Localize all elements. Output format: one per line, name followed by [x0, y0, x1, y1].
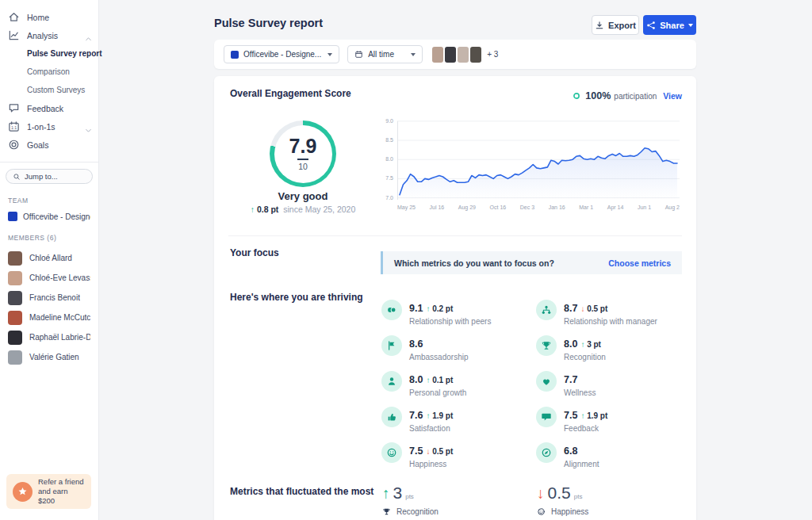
metric-tile-happiness[interactable]: 7.5↓ 0.5 ptHappiness — [381, 442, 453, 468]
metric-tile-feedback[interactable]: 7.5↑ 1.9 ptFeedback — [536, 407, 607, 433]
metric-tile-ambassadorship[interactable]: 8.6Ambassadorship — [381, 335, 468, 361]
member-name: Madeline McCutch... — [29, 313, 90, 322]
filter-avatars[interactable] — [432, 47, 483, 63]
cal11-icon: 1:1 — [8, 120, 20, 132]
metric-score: 8.7 — [564, 303, 577, 314]
metric-tile-personal-growth[interactable]: 8.0↑ 0.1 ptPersonal growth — [381, 371, 466, 397]
sidebar-item-analysis[interactable]: Analysis — [0, 26, 98, 44]
arrow-up-icon: ↑ — [426, 411, 430, 420]
chevron-down-icon — [411, 53, 416, 56]
fluct-value: 3 — [393, 484, 403, 502]
x-tick-label: Jan 16 — [549, 205, 565, 210]
jump-to-search[interactable]: Jump to... — [6, 169, 93, 184]
sidebar-item-home[interactable]: Home — [0, 8, 98, 26]
metric-tile-alignment[interactable]: 6.8Alignment — [536, 442, 599, 468]
member-list-item[interactable]: Madeline McCutch... — [0, 308, 98, 327]
metric-label: Recognition — [564, 353, 606, 361]
metric-label: Ambassadorship — [409, 353, 468, 361]
team-section-label: TEAM — [0, 197, 98, 205]
share-icon — [646, 21, 656, 30]
fluct-unit: pts — [574, 493, 583, 500]
filter-bar: Officevibe - Designe... All time + 3 — [214, 40, 696, 69]
score-out-of: 10 — [298, 162, 308, 171]
metric-label: Relationship with peers — [409, 317, 491, 326]
y-tick-label: 7.5 — [385, 175, 393, 181]
participation-label: participation — [614, 92, 657, 101]
time-filter-value: All time — [368, 50, 404, 59]
section-divider — [228, 235, 682, 236]
x-tick-label: Apr 14 — [607, 205, 624, 210]
focus-question: Which metrics do you want to focus on? — [394, 258, 608, 268]
member-name: Valérie Gatien — [29, 353, 79, 361]
export-button[interactable]: Export — [592, 15, 639, 35]
report-card: Overall Engagement Score 100% participat… — [214, 76, 696, 520]
team-name: Officevibe - Designer ... — [23, 212, 90, 221]
member-list-item[interactable]: Valérie Gatien — [0, 347, 98, 367]
thriving-section-title: Here's where you are thriving — [230, 292, 363, 303]
sidebar-subitem-pulse-survey-report[interactable]: Pulse Survey report — [0, 44, 98, 63]
star-icon — [13, 482, 33, 502]
metric-delta: 0.1 pt — [432, 376, 453, 384]
x-tick-label: Aug 29 — [458, 205, 476, 210]
metric-tile-relationship-with-manager[interactable]: 8.7↓ 0.5 ptRelationship with manager — [536, 300, 657, 326]
jump-to-label: Jump to... — [25, 172, 58, 181]
team-filter-value: Officevibe - Designe... — [243, 50, 321, 59]
avatar — [8, 271, 22, 285]
metric-label: Satisfaction — [409, 424, 453, 433]
metric-label: Feedback — [564, 424, 607, 433]
engagement-trend-chart: 9.08.58.07.57.0 May 25Jul 16Aug 29Oct 16… — [377, 117, 682, 216]
chevron-down-icon — [688, 24, 693, 27]
sidebar-item-goals[interactable]: Goals — [0, 136, 98, 154]
sidebar-item-feedback[interactable]: Feedback — [0, 99, 98, 117]
metric-delta: 1.9 pt — [432, 411, 453, 420]
chart-plot-area — [397, 117, 680, 200]
fluct-label: Happiness — [551, 507, 588, 516]
share-button[interactable]: Share — [643, 15, 696, 35]
arrow-down-icon: ↓ — [537, 485, 545, 502]
referral-banner[interactable]: Refer a friend and earn $200 — [6, 474, 91, 509]
sidebar-item-label: Home — [27, 13, 92, 22]
trend-line-chart — [397, 117, 680, 200]
participation-view-link[interactable]: View — [663, 91, 682, 101]
participation-ring-icon — [573, 92, 580, 100]
fluct-label: Recognition — [396, 507, 439, 516]
participation-summary: 100% participation View — [573, 90, 682, 101]
metric-score: 7.5 — [564, 410, 577, 421]
member-list-item[interactable]: Chloé Allard — [0, 248, 98, 268]
choose-metrics-link[interactable]: Choose metrics — [608, 258, 671, 268]
members-section-label: MEMBERS (6) — [0, 234, 98, 242]
avatar — [470, 47, 481, 63]
avatar — [445, 47, 456, 63]
member-name: Francis Benoit — [29, 293, 80, 302]
sidebar-subitem-custom-surveys[interactable]: Custom Surveys — [0, 81, 98, 99]
flag-icon — [386, 340, 397, 351]
search-icon — [13, 173, 21, 181]
team-filter-dropdown[interactable]: Officevibe - Designe... — [224, 45, 339, 63]
metric-label: Alignment — [564, 460, 599, 468]
member-list-item[interactable]: Raphaël Labrie-Dion — [0, 327, 98, 347]
member-list-item[interactable]: Francis Benoit — [0, 288, 98, 308]
app-root: Home AnalysisPulse Survey reportComparis… — [0, 0, 812, 520]
metric-score: 8.0 — [564, 338, 577, 350]
page-title: Pulse Survey report — [214, 17, 323, 29]
time-filter-dropdown[interactable]: All time — [347, 45, 423, 63]
sidebar-divider — [0, 162, 98, 162]
sidebar-subitem-comparison[interactable]: Comparison — [0, 63, 98, 81]
focus-section-title: Your focus — [230, 247, 279, 258]
member-name: Chloé-Eve Levasse... — [29, 273, 90, 282]
trophy-icon — [541, 340, 552, 351]
sidebar-team-item[interactable]: Officevibe - Designer ... — [0, 212, 98, 221]
sidebar-item-1-on-1s[interactable]: 1:1 1-on-1s — [0, 117, 98, 136]
member-list-item[interactable]: Chloé-Eve Levasse... — [0, 268, 98, 288]
arrow-down-icon: ↓ — [426, 447, 430, 456]
metric-score: 8.6 — [409, 338, 423, 350]
metric-tile-recognition[interactable]: 8.0↑ 3 ptRecognition — [536, 335, 606, 361]
home-icon — [8, 11, 20, 23]
metric-tile-relationship-with-peers[interactable]: 9.1↑ 0.2 ptRelationship with peers — [381, 300, 491, 326]
metric-label: Wellness — [564, 388, 596, 397]
avatar — [432, 47, 443, 63]
metric-score: 7.6 — [409, 410, 423, 421]
metric-tile-satisfaction[interactable]: 7.6↑ 1.9 ptSatisfaction — [381, 407, 453, 433]
trophy-icon — [382, 507, 391, 516]
metric-tile-wellness[interactable]: 7.7Wellness — [536, 371, 596, 397]
